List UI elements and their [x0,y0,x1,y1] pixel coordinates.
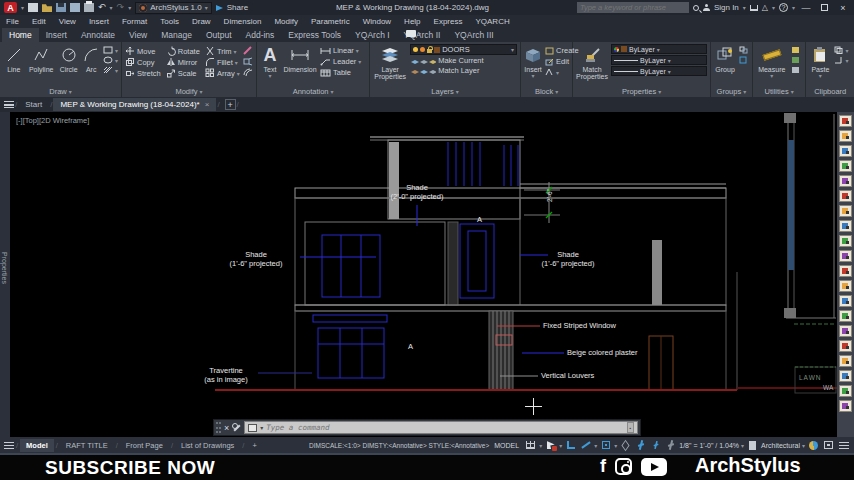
object-color-selector[interactable]: ByLayer ▾ [611,44,707,54]
osnap-caret-icon[interactable]: ▾ [614,442,617,449]
panel-clipboard-footer[interactable]: Clipboard [806,86,854,97]
search-icon[interactable] [693,5,699,11]
signin-caret-icon[interactable]: ▾ [743,4,746,11]
ribbon-tab[interactable]: YQArch I [348,28,396,42]
file-tabs-menu-icon[interactable] [4,101,14,108]
layout-menu-icon[interactable] [4,442,14,449]
viewport-controls[interactable]: [-][Top][2D Wireframe] [16,116,89,125]
quick-select-tool[interactable] [791,56,800,64]
command-customize-icon[interactable] [232,423,241,432]
fillet-tool[interactable]: Fillet▾ [205,57,240,67]
ribbon-tab[interactable]: YQArch III [447,28,500,42]
tab-active-drawing[interactable]: MEP & Working Drawing (18-04-2024)* × [53,98,216,111]
layout-tab-raft-title[interactable]: RAFT TITLE [60,439,114,452]
ribbon-tab[interactable]: Express Tools [281,28,348,42]
grid-caret-icon[interactable]: ▾ [539,442,542,449]
layout-tab-front-page[interactable]: Front Page [120,439,169,452]
ribbon-tab[interactable]: Annotate [74,28,122,42]
dyninput-caret-icon[interactable]: ▾ [559,442,562,449]
plot-icon[interactable] [84,3,94,12]
annotation-scale-value[interactable]: 1/8" = 1'-0" / 1.04% [679,442,739,449]
app-menu-caret-icon[interactable]: ▾ [21,4,24,11]
help-caret-icon[interactable]: ▾ [792,4,795,11]
layout-tab-model[interactable]: Model [20,439,54,452]
tab-start[interactable]: Start [18,98,49,111]
minimize-button[interactable]: — [799,3,813,13]
model-space-indicator[interactable]: MODEL [494,442,519,449]
command-bar[interactable]: ▾ ▪ [244,421,638,434]
mirror-tool[interactable]: Mirror [166,57,200,67]
offset-tool[interactable] [243,68,253,77]
sign-in-link[interactable]: Sign In [714,3,739,12]
undo-icon[interactable]: ↶ [98,3,106,12]
explode-tool[interactable] [243,57,253,66]
palette-icon[interactable] [839,175,852,187]
panel-properties-footer[interactable]: Properties▾ [573,86,710,97]
rotate-tool[interactable]: Rotate [166,46,200,56]
autodesk-caret-icon[interactable]: ▾ [772,4,775,11]
menu-item[interactable]: View [59,17,76,26]
menu-item[interactable]: Tools [160,17,179,26]
save-as-icon[interactable] [70,3,80,12]
menu-item[interactable]: YQARCH [475,17,509,26]
erase-tool[interactable] [243,46,253,55]
scale-tool[interactable]: Scale [166,68,200,78]
save-icon[interactable] [56,3,66,12]
store-cart-icon[interactable] [750,5,758,11]
new-layout-button[interactable]: + [246,439,262,452]
layer-properties-tool[interactable]: Layer Properties [373,44,407,80]
units-caret-icon[interactable]: ▾ [802,442,805,449]
drawing-canvas[interactable]: [-][Top][2D Wireframe] Properties Shade(… [0,112,854,437]
object-snap-icon[interactable] [599,439,612,451]
user-icon[interactable] [703,4,710,11]
panel-modify-footer[interactable]: Modify▾ [122,86,256,97]
annotation-monitor-icon[interactable] [746,439,759,451]
trim-tool[interactable]: Trim▾ [205,46,240,56]
palette-icon[interactable] [839,355,852,367]
menu-item[interactable]: Modify [274,17,298,26]
palette-icon[interactable] [839,370,852,382]
hatch-tool[interactable]: ▾ [103,66,118,74]
line-tool[interactable]: Line [3,44,25,73]
menu-item[interactable]: Draw [192,17,211,26]
palette-icon[interactable] [839,220,852,232]
scale-caret-icon[interactable]: ▾ [741,442,744,449]
menu-item[interactable]: Dimension [224,17,262,26]
command-close-icon[interactable]: × [224,423,229,433]
command-input[interactable] [266,423,624,432]
linear-dimension-tool[interactable]: Linear▾ [320,46,361,55]
panel-annotation-footer[interactable]: Annotation▾ [257,86,369,97]
ortho-mode-icon[interactable] [564,439,577,451]
tab-close-icon[interactable]: × [205,100,210,109]
menu-item[interactable]: Help [404,17,420,26]
layer-selector[interactable]: DOORS ▾ [410,44,517,55]
palette-icon[interactable] [839,235,852,247]
dimension-tool[interactable]: Dimension [283,44,317,73]
palette-icon[interactable] [839,205,852,217]
dynamic-input-icon[interactable] [544,439,557,451]
ribbon-tab[interactable]: Home [2,28,39,42]
clean-screen-icon[interactable] [822,439,835,451]
workspace-selector[interactable]: ArchStylus 1.0 ▾ [135,2,212,14]
lineweight-selector[interactable]: ByLayer ▾ [611,55,707,65]
polar-caret-icon[interactable]: ▾ [594,442,597,449]
palette-icon[interactable] [839,385,852,397]
move-tool[interactable]: Move [125,46,161,56]
redo-icon[interactable]: ↷ [117,3,125,12]
share-label[interactable]: Share [227,3,248,12]
command-recent-icon[interactable] [248,424,257,432]
command-dock-grip[interactable] [216,422,221,433]
ellipse-tool[interactable]: ▾ [103,56,118,64]
customize-status-icon[interactable] [837,439,850,451]
annotation-autoscale-icon[interactable] [649,439,662,451]
group-tool[interactable]: Group [714,44,736,73]
palette-icon[interactable] [839,130,852,142]
array-tool[interactable]: Array▾ [205,68,240,78]
rectangle-tool[interactable]: ▾ [103,46,118,54]
restore-button[interactable] [821,4,828,11]
grid-toggle-icon[interactable] [524,439,537,451]
panel-block-footer[interactable]: Block▾ [521,86,572,97]
ungroup-tool[interactable] [739,46,748,54]
panel-groups-footer[interactable]: Groups▾ [711,86,752,97]
command-caret-icon[interactable]: ▾ [260,424,263,431]
